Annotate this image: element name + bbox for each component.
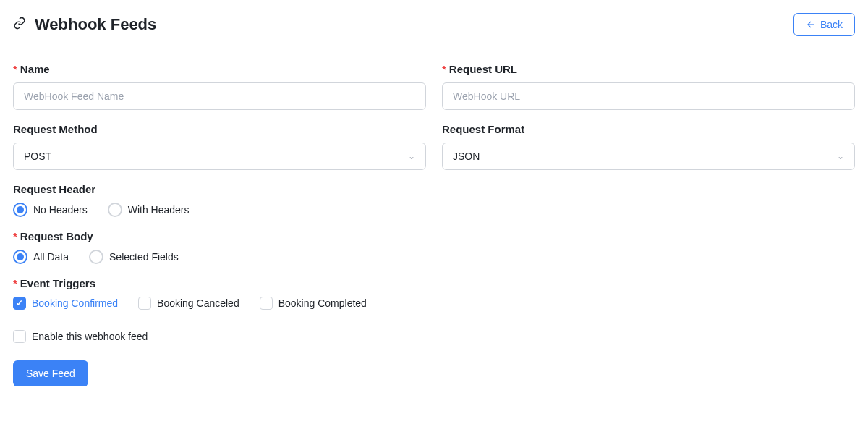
page-header: Webhook Feeds Back <box>13 13 855 48</box>
section-request-header: Request Header No Headers With Headers <box>13 183 855 217</box>
field-method: Request Method POST ⌄ <box>13 123 426 170</box>
checkbox-label: Enable this webhook feed <box>32 331 148 342</box>
back-label: Back <box>820 19 843 30</box>
name-input[interactable] <box>13 82 426 110</box>
radio-with-headers[interactable]: With Headers <box>108 203 190 217</box>
radio-icon <box>108 203 122 217</box>
radio-label: No Headers <box>33 204 88 216</box>
field-url: *Request URL <box>442 63 855 110</box>
method-select[interactable]: POST ⌄ <box>13 143 426 170</box>
save-feed-button[interactable]: Save Feed <box>13 360 88 386</box>
checkbox-icon <box>138 297 151 310</box>
back-button[interactable]: Back <box>793 13 855 36</box>
radio-label: With Headers <box>128 204 190 216</box>
checkbox-icon <box>13 330 26 343</box>
checkbox-label: Booking Completed <box>278 297 367 309</box>
radio-label: All Data <box>33 251 69 263</box>
name-label: *Name <box>13 63 426 75</box>
checkbox-label: Booking Canceled <box>157 297 239 309</box>
title-wrap: Webhook Feeds <box>13 15 156 34</box>
radio-icon <box>13 203 27 217</box>
link-icon <box>13 17 26 33</box>
radio-no-headers[interactable]: No Headers <box>13 203 88 217</box>
section-request-body: *Request Body All Data Selected Fields <box>13 230 855 264</box>
triggers-check-group: Booking Confirmed Booking Canceled Booki… <box>13 297 855 310</box>
url-input[interactable] <box>442 82 855 110</box>
body-radio-group: All Data Selected Fields <box>13 250 855 264</box>
header-radio-group: No Headers With Headers <box>13 203 855 217</box>
radio-selected-fields[interactable]: Selected Fields <box>89 250 179 264</box>
method-value: POST <box>24 151 51 162</box>
format-select[interactable]: JSON ⌄ <box>442 143 855 170</box>
check-booking-completed[interactable]: Booking Completed <box>260 297 367 310</box>
event-triggers-label: *Event Triggers <box>13 277 855 289</box>
radio-icon <box>89 250 103 264</box>
request-header-label: Request Header <box>13 183 855 195</box>
radio-label: Selected Fields <box>109 251 179 263</box>
radio-icon <box>13 250 27 264</box>
field-format: Request Format JSON ⌄ <box>442 123 855 170</box>
checkbox-label: Booking Confirmed <box>32 297 118 309</box>
radio-all-data[interactable]: All Data <box>13 250 69 264</box>
field-name: *Name <box>13 63 426 110</box>
checkbox-icon <box>260 297 273 310</box>
chevron-down-icon: ⌄ <box>837 151 844 161</box>
chevron-down-icon: ⌄ <box>408 151 415 161</box>
section-event-triggers: *Event Triggers Booking Confirmed Bookin… <box>13 277 855 310</box>
page-title: Webhook Feeds <box>35 15 156 34</box>
format-label: Request Format <box>442 123 855 135</box>
check-booking-canceled[interactable]: Booking Canceled <box>138 297 239 310</box>
check-enable-feed[interactable]: Enable this webhook feed <box>13 330 855 343</box>
checkbox-icon <box>13 297 26 310</box>
check-booking-confirmed[interactable]: Booking Confirmed <box>13 297 118 310</box>
method-label: Request Method <box>13 123 426 135</box>
format-value: JSON <box>453 151 480 162</box>
request-body-label: *Request Body <box>13 230 855 242</box>
row-name-url: *Name *Request URL <box>13 63 855 110</box>
row-method-format: Request Method POST ⌄ Request Format JSO… <box>13 123 855 170</box>
url-label: *Request URL <box>442 63 855 75</box>
arrow-left-icon <box>806 20 816 30</box>
